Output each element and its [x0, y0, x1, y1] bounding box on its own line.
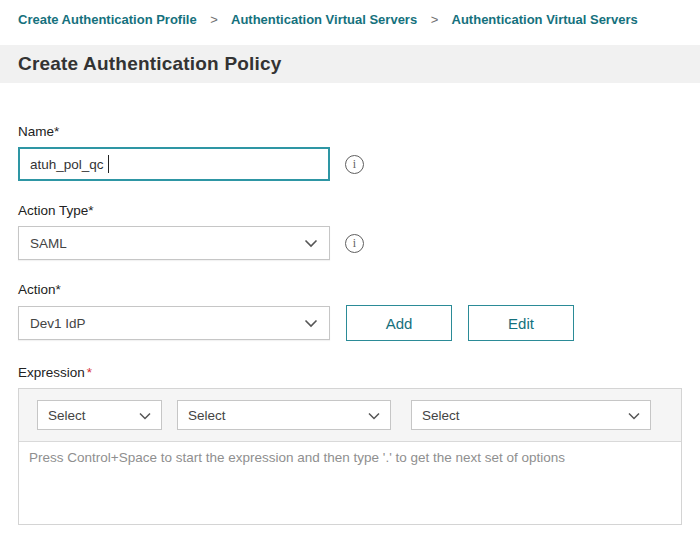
- edit-button[interactable]: Edit: [468, 305, 574, 341]
- breadcrumb-item-authentication-virtual-servers[interactable]: Authentication Virtual Servers: [231, 12, 417, 27]
- chevron-down-icon: [139, 408, 151, 423]
- action-type-label: Action Type*: [18, 203, 682, 218]
- page: Create Authentication Profile > Authenti…: [0, 0, 700, 545]
- expression-field-group: Expression* Select Select: [18, 365, 682, 525]
- expression-select-3-value: Select: [422, 408, 460, 423]
- name-field-group: Name* i: [18, 124, 682, 181]
- chevron-down-icon: [304, 239, 318, 248]
- action-field-group: Action* Dev1 IdP Add Edit: [18, 282, 682, 341]
- name-label: Name*: [18, 124, 682, 139]
- expression-textarea[interactable]: [19, 442, 681, 524]
- expression-toolbar: Select Select Select: [19, 389, 681, 442]
- action-type-select[interactable]: SAML: [18, 226, 330, 260]
- breadcrumb-separator-icon: >: [210, 12, 218, 27]
- action-label: Action*: [18, 282, 682, 297]
- action-type-selected-value: SAML: [30, 236, 67, 251]
- expression-select-3[interactable]: Select: [411, 400, 651, 430]
- expression-select-1[interactable]: Select: [37, 400, 162, 430]
- breadcrumb-item-authentication-virtual-servers-2[interactable]: Authentication Virtual Servers: [452, 12, 638, 27]
- breadcrumb: Create Authentication Profile > Authenti…: [0, 0, 700, 27]
- action-type-field-group: Action Type* SAML i: [18, 203, 682, 260]
- breadcrumb-item-create-authentication-profile[interactable]: Create Authentication Profile: [18, 12, 197, 27]
- info-icon[interactable]: i: [345, 155, 364, 174]
- expression-select-2[interactable]: Select: [177, 400, 391, 430]
- form: Name* i Action Type* SAML i: [0, 83, 700, 525]
- expression-input-area: [19, 442, 681, 524]
- chevron-down-icon: [628, 408, 640, 423]
- action-select[interactable]: Dev1 IdP: [18, 306, 330, 340]
- name-input-wrap: [18, 147, 330, 181]
- add-button[interactable]: Add: [346, 305, 452, 341]
- chevron-down-icon: [304, 319, 318, 328]
- required-asterisk: *: [87, 365, 92, 380]
- name-input[interactable]: [18, 147, 330, 181]
- page-header: Create Authentication Policy: [0, 45, 700, 83]
- expression-label-text: Expression: [18, 365, 85, 380]
- breadcrumb-separator-icon: >: [431, 12, 439, 27]
- action-selected-value: Dev1 IdP: [30, 316, 86, 331]
- expression-select-2-value: Select: [188, 408, 226, 423]
- expression-select-1-value: Select: [48, 408, 86, 423]
- text-caret: [108, 155, 109, 173]
- expression-label: Expression*: [18, 365, 682, 380]
- chevron-down-icon: [368, 408, 380, 423]
- info-icon[interactable]: i: [345, 234, 364, 253]
- page-title: Create Authentication Policy: [18, 53, 282, 75]
- expression-editor: Select Select Select: [18, 388, 682, 525]
